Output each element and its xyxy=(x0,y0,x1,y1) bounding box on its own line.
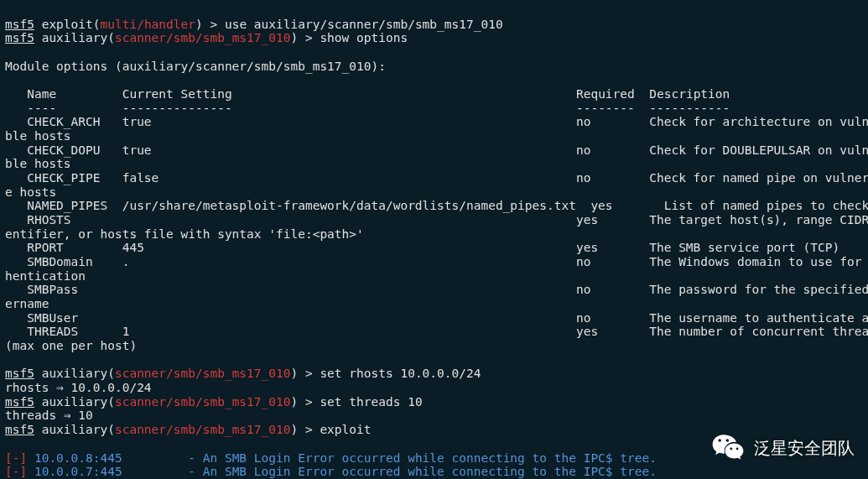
command-text: exploit xyxy=(320,423,371,436)
option-row: THREADS 1 yes The number of concurrent t… xyxy=(5,325,863,339)
command-text: use auxiliary/scanner/smb/smb_ms17_010 xyxy=(225,18,503,31)
prompt-prefix: msf5 xyxy=(5,395,34,409)
option-row: CHECK_ARCH true no Check for architectur… xyxy=(5,115,863,129)
option-row-wrap: e hosts xyxy=(5,185,863,200)
option-row: CHECK_DOPU true no Check for DOUBLEPULSA… xyxy=(5,143,863,158)
prompt-prefix: msf5 xyxy=(5,18,34,31)
option-row-wrap: ername xyxy=(5,297,863,311)
prompt-close: ) > xyxy=(290,395,320,409)
module-options-header: Module options (auxiliary/scanner/smb/sm… xyxy=(5,60,386,73)
prompt-type: auxiliary( xyxy=(34,367,115,380)
prompt-type: exploit( xyxy=(34,18,101,31)
output-line: threads ⇒ 10 xyxy=(5,409,93,422)
prompt-line-5: msf5 auxiliary(scanner/smb/smb_ms17_010)… xyxy=(5,423,372,436)
option-row-wrap: ble hosts xyxy=(5,157,863,171)
module-name: multi/handler xyxy=(101,18,196,31)
col-required: Required xyxy=(576,87,635,101)
prompt-type: auxiliary( xyxy=(34,423,115,436)
module-name: scanner/smb/smb_ms17_010 xyxy=(115,31,291,44)
prompt-prefix: msf5 xyxy=(5,31,34,44)
option-row-wrap: entifier, or hosts file with syntax 'fil… xyxy=(5,227,863,242)
prompt-close: ) > xyxy=(290,367,320,380)
col-desc: Description xyxy=(649,87,730,101)
prompt-line-1: msf5 exploit(multi/handler) > use auxili… xyxy=(5,18,503,31)
option-row-wrap: hentication xyxy=(5,269,863,284)
watermark: 泛星安全团队 xyxy=(710,430,855,466)
option-row: RHOSTS yes The target host(s), range CID… xyxy=(5,213,863,227)
prompt-line-4: msf5 auxiliary(scanner/smb/smb_ms17_010)… xyxy=(5,395,423,409)
prompt-line-3: msf5 auxiliary(scanner/smb/smb_ms17_010)… xyxy=(5,367,481,380)
command-text: set rhosts 10.0.0.0/24 xyxy=(320,367,481,380)
col-setting: Current Setting xyxy=(122,87,232,101)
option-row: RPORT 445 yes The SMB service port (TCP) xyxy=(5,241,863,255)
prompt-close: ) > xyxy=(290,31,320,44)
option-row: SMBUser no The username to authenticate … xyxy=(5,311,863,325)
command-text: set threads 10 xyxy=(320,395,422,409)
prompt-line-2: msf5 auxiliary(scanner/smb/smb_ms17_010)… xyxy=(5,31,408,44)
watermark-text: 泛星安全团队 xyxy=(754,439,855,458)
command-text: show options xyxy=(320,31,408,44)
prompt-type: auxiliary( xyxy=(34,395,115,409)
error-line: [-] 10.0.0.8:445 - An SMB Login Error oc… xyxy=(5,451,657,465)
terminal-window[interactable]: msf5 exploit(multi/handler) > use auxili… xyxy=(0,0,868,479)
option-row: CHECK_PIPE false no Check for named pipe… xyxy=(5,171,863,185)
module-name: scanner/smb/smb_ms17_010 xyxy=(115,395,291,409)
error-text: 10.0.0.7:445 - An SMB Login Error occurr… xyxy=(27,465,657,478)
error-line: [-] 10.0.0.7:445 - An SMB Login Error oc… xyxy=(5,465,657,478)
prompt-prefix: msf5 xyxy=(5,423,34,436)
options-header-underline: ---- --------------- -------- ----------… xyxy=(5,102,730,115)
error-text: 10.0.0.8:445 - An SMB Login Error occurr… xyxy=(27,451,657,465)
module-name: scanner/smb/smb_ms17_010 xyxy=(115,423,291,436)
col-name: Name xyxy=(5,87,56,101)
error-marker: [-] xyxy=(5,465,27,478)
error-marker: [-] xyxy=(5,451,27,465)
option-row: NAMED_PIPES /usr/share/metasploit-framew… xyxy=(5,199,863,213)
prompt-prefix: msf5 xyxy=(5,367,34,380)
options-header-row: Name Current Setting Required Descriptio… xyxy=(5,87,730,101)
output-line: rhosts ⇒ 10.0.0.0/24 xyxy=(5,381,152,394)
option-row: SMBPass no The password for the specifie… xyxy=(5,283,863,297)
option-row-wrap: ble hosts xyxy=(5,129,863,143)
prompt-close: ) > xyxy=(290,423,320,436)
option-row-wrap: (max one per host) xyxy=(5,339,863,353)
wechat-icon xyxy=(710,430,746,466)
prompt-type: auxiliary( xyxy=(34,31,115,44)
module-name: scanner/smb/smb_ms17_010 xyxy=(115,367,291,380)
option-row: SMBDomain . no The Windows domain to use… xyxy=(5,255,863,269)
prompt-close: ) > xyxy=(195,18,225,31)
